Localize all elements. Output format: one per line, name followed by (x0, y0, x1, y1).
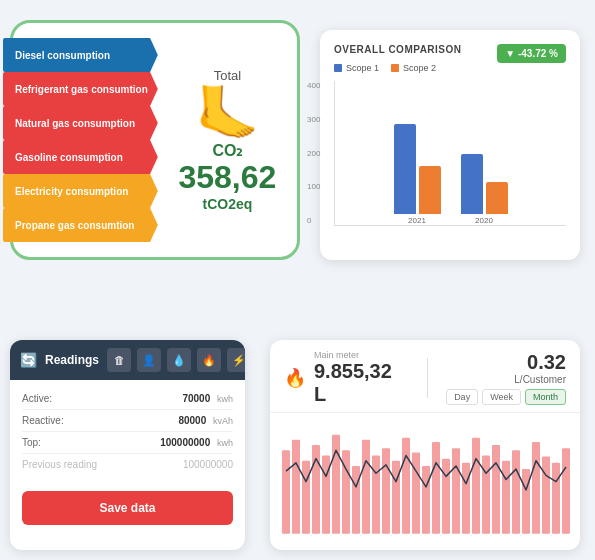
comparison-card: OVERALL COMPARISON Scope 1 Scope 2 ▼ -43… (320, 30, 580, 260)
legend-label-electricity: Electricity consumption (15, 186, 128, 197)
meter-card: 🔥 Main meter 9.855,32 L 0.32 L/Customer … (270, 340, 580, 550)
prev-label: Previous reading (22, 459, 97, 470)
carbon-card: Diesel consumption Refrigerant gas consu… (10, 20, 300, 260)
y-label-100: 100 (307, 182, 320, 191)
legend-label-gasoline: Gasoline consumption (15, 152, 123, 163)
svg-rect-28 (562, 448, 570, 534)
co2-badge: CO₂ (212, 141, 242, 160)
svg-rect-8 (362, 440, 370, 534)
svg-rect-11 (392, 461, 400, 534)
readings-icon-trash[interactable]: 🗑 (107, 348, 131, 372)
svg-rect-1 (292, 440, 300, 534)
legend-label-natural: Natural gas consumption (15, 118, 135, 129)
scope1-dot (334, 64, 342, 72)
carbon-main: Total 🦶 CO₂ 358,62 tCO2eq (158, 58, 297, 221)
bars-container: 2021 2020 (335, 81, 566, 225)
bar-pair-2020 (461, 154, 508, 214)
top-label: Top: (22, 437, 41, 448)
legend-list: Diesel consumption Refrigerant gas consu… (3, 38, 158, 242)
readings-card: 🔄 Readings 🗑 👤 💧 🔥 ⚡ Active: 70000 kwh R… (10, 340, 245, 550)
readings-title: Readings (45, 353, 99, 367)
bar-scope2-2020 (486, 182, 508, 214)
active-label: Active: (22, 393, 52, 404)
carbon-value: 358,62 (178, 160, 276, 195)
day-button[interactable]: Day (446, 389, 478, 405)
save-button[interactable]: Save data (22, 491, 233, 525)
meter-divider (427, 358, 428, 398)
readings-header: 🔄 Readings 🗑 👤 💧 🔥 ⚡ (10, 340, 245, 380)
reactive-label: Reactive: (22, 415, 64, 426)
svg-rect-23 (512, 450, 520, 533)
svg-rect-25 (532, 442, 540, 534)
reading-row-top: Top: 100000000 kwh (22, 432, 233, 454)
comparison-badge: ▼ -43.72 % (497, 44, 566, 63)
legend-item-propane: Propane gas consumtion (3, 208, 158, 242)
legend-label-refrigerant: Refrigerant gas consumtion (15, 84, 148, 95)
readings-refresh-icon: 🔄 (20, 352, 37, 368)
total-label: Total (214, 68, 241, 83)
legend-scope1: Scope 1 (334, 63, 379, 73)
y-label-200: 200 (307, 149, 320, 158)
readings-icon-user[interactable]: 👤 (137, 348, 161, 372)
reading-row-reactive: Reactive: 80000 kvAh (22, 410, 233, 432)
svg-rect-12 (402, 438, 410, 534)
x-label-2020: 2020 (475, 216, 493, 225)
svg-rect-13 (412, 452, 420, 533)
scope2-label: Scope 2 (403, 63, 436, 73)
svg-rect-15 (432, 442, 440, 534)
readings-icon-water[interactable]: 💧 (167, 348, 191, 372)
svg-rect-18 (462, 463, 470, 534)
mini-chart (270, 413, 580, 543)
svg-rect-2 (302, 461, 310, 534)
readings-icon-electric[interactable]: ⚡ (227, 348, 245, 372)
svg-rect-26 (542, 457, 550, 534)
month-button[interactable]: Month (525, 389, 566, 405)
legend-item-gasoline: Gasoline consumption (3, 140, 158, 174)
svg-rect-24 (522, 469, 530, 534)
bar-chart-area: 400 300 200 100 0 2021 2020 (334, 81, 566, 226)
svg-rect-22 (502, 461, 510, 534)
svg-rect-10 (382, 448, 390, 534)
legend-item-diesel: Diesel consumption (3, 38, 158, 72)
svg-rect-0 (282, 450, 290, 533)
chart-legend: Scope 1 Scope 2 (334, 63, 566, 73)
reactive-unit: kvAh (213, 416, 233, 426)
bar-scope1-2020 (461, 154, 483, 214)
bar-group-2021: 2021 (394, 124, 441, 225)
meter-sublabel: Main meter (314, 350, 409, 360)
x-label-2021: 2021 (408, 216, 426, 225)
scope2-dot (391, 64, 399, 72)
meter-unit-sm: L/Customer (446, 374, 566, 385)
legend-label-propane: Propane gas consumtion (15, 220, 134, 231)
scope1-label: Scope 1 (346, 63, 379, 73)
week-button[interactable]: Week (482, 389, 521, 405)
readings-icon-fire[interactable]: 🔥 (197, 348, 221, 372)
footprint-icon: 🦶 (195, 87, 260, 139)
active-value: 70000 (182, 393, 210, 404)
y-label-0: 0 (307, 216, 320, 225)
meter-value-sm: 0.32 (446, 351, 566, 374)
svg-rect-27 (552, 463, 560, 534)
legend-item-electricity: Electricity consumption (3, 174, 158, 208)
svg-rect-17 (452, 448, 460, 534)
meter-header: 🔥 Main meter 9.855,32 L 0.32 L/Customer … (270, 340, 580, 413)
prev-value: 100000000 (183, 459, 233, 470)
svg-rect-14 (422, 466, 430, 534)
y-label-400: 400 (307, 81, 320, 90)
reading-row-active: Active: 70000 kwh (22, 388, 233, 410)
readings-body: Active: 70000 kwh Reactive: 80000 kvAh T… (10, 380, 245, 483)
reactive-value: 80000 (178, 415, 206, 426)
readings-icons: 🗑 👤 💧 🔥 ⚡ (107, 348, 245, 372)
mini-chart-svg (280, 419, 570, 539)
time-buttons: Day Week Month (446, 389, 566, 405)
bar-scope2-2021 (419, 166, 441, 214)
top-value: 100000000 (160, 437, 210, 448)
meter-left: Main meter 9.855,32 L (314, 350, 409, 406)
svg-rect-19 (472, 438, 480, 534)
y-label-300: 300 (307, 115, 320, 124)
top-unit: kwh (217, 438, 233, 448)
bar-pair-2021 (394, 124, 441, 214)
legend-label-diesel: Diesel consumption (15, 50, 110, 61)
legend-item-refrigerant: Refrigerant gas consumtion (3, 72, 158, 106)
bar-group-2020: 2020 (461, 154, 508, 225)
